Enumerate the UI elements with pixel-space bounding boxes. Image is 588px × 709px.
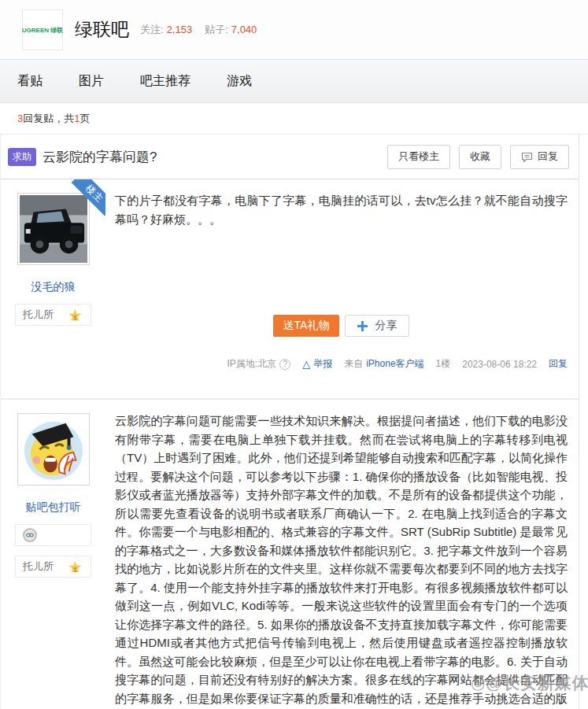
thread-title: 云影院的字幕问题? <box>43 148 157 166</box>
share-button[interactable]: 分享 <box>345 315 409 337</box>
post-1-actions: 送TA礼物 分享 <box>115 315 568 337</box>
post-2-level-number: 1 <box>67 562 83 578</box>
post-2: 贴吧包打听 托儿所 ★1 云影院的字幕问题可能需要一些技术知识来解决。根据提问者… <box>1 398 579 709</box>
reply-count: 3 <box>17 113 23 124</box>
post-2-level-name: 托儿所 <box>23 559 54 574</box>
nav-tabbar: 看贴 图片 吧主推荐 游戏 <box>0 59 588 103</box>
reply-bubble-icon <box>521 152 533 162</box>
client-link[interactable]: iPhone客户端 <box>366 357 423 371</box>
thread-type-badge: 求助 <box>8 148 36 166</box>
page-count: 1 <box>74 113 80 124</box>
thread-container: 求助 云影院的字幕问题? 只看楼主 收藏 回复 楼主 <box>0 135 579 709</box>
forum-logo-text: UGREEN 绿联 <box>22 26 63 35</box>
post-1: 楼主 <box>1 179 579 398</box>
level-star-icon: ★1 <box>67 559 83 575</box>
post-2-content-column: 云影院的字幕问题可能需要一些技术知识来解决。根据提问者描述，他们下载的电影没有附… <box>105 400 579 709</box>
post-2-level-badge[interactable]: 托儿所 ★1 <box>15 556 91 578</box>
forum-stats: 关注: 2,153 贴子: 7,040 <box>140 23 269 37</box>
forum-logo[interactable]: UGREEN 绿联 <box>22 9 63 50</box>
post-time: 2023-08-06 18:22 <box>462 359 537 370</box>
op-ribbon-label: 楼主 <box>72 179 105 216</box>
page: UGREEN 绿联 绿联吧 关注: 2,153 贴子: 7,040 看贴 图片 … <box>0 0 588 709</box>
report-link[interactable]: △ 举报 <box>302 357 332 371</box>
avatar-emoji[interactable] <box>17 413 90 486</box>
only-op-button[interactable]: 只看楼主 <box>387 145 450 169</box>
tab-tupian[interactable]: 图片 <box>79 73 104 90</box>
report-triangle-icon: △ <box>302 358 310 370</box>
post-1-content-column: 下的片子都没有字幕，电脑下了字幕，电脑挂的话可以，去tv怎么挂？就不能自动搜字幕… <box>105 179 579 398</box>
tab-youxi[interactable]: 游戏 <box>227 73 252 90</box>
reply-label: 回复贴，共 <box>23 112 74 126</box>
floor-number: 1楼 <box>436 357 451 371</box>
post-2-bot-badge[interactable] <box>15 524 91 546</box>
share-button-label: 分享 <box>375 319 397 333</box>
pagination-info: 3 回复贴，共 1 页 <box>0 103 588 135</box>
emoji-avatar-image <box>20 415 87 483</box>
post-2-author-name[interactable]: 贴吧包打听 <box>1 500 105 515</box>
posts-count: 7,040 <box>231 24 257 35</box>
tab-bazhutuijian[interactable]: 吧主推荐 <box>140 73 190 90</box>
follow-label: 关注: <box>140 23 164 37</box>
forum-header: UGREEN 绿联 绿联吧 关注: 2,153 贴子: 7,040 <box>0 0 588 59</box>
ip-help-icon[interactable]: ? <box>279 359 290 370</box>
send-gift-button[interactable]: 送TA礼物 <box>273 315 340 337</box>
tab-kantie[interactable]: 看贴 <box>17 73 43 90</box>
bot-badge-icon <box>23 528 37 542</box>
posts-label: 贴子: <box>205 23 228 37</box>
report-label: 举报 <box>313 357 332 371</box>
reply-button-label: 回复 <box>538 150 558 164</box>
thread-head: 求助 云影院的字幕问题? 只看楼主 收藏 回复 <box>1 135 579 179</box>
favorite-button[interactable]: 收藏 <box>459 145 501 169</box>
post-1-author-column: 楼主 <box>1 179 105 398</box>
post-reply-link[interactable]: 回复 <box>549 357 568 371</box>
ip-location: IP属地:北京 ? <box>227 357 291 371</box>
follow-count: 2,153 <box>167 24 193 35</box>
post-2-author-column: 贴吧包打听 托儿所 ★1 <box>1 400 105 709</box>
post-2-text: 云影院的字幕问题可能需要一些技术知识来解决。根据提问者描述，他们下载的电影没有附… <box>115 412 568 709</box>
reply-button[interactable]: 回复 <box>510 145 569 169</box>
post-1-level-badge[interactable]: 托儿所 ★1 <box>15 304 91 326</box>
post-1-level-name: 托儿所 <box>23 308 54 322</box>
post-1-level-number: 1 <box>67 310 83 327</box>
level-star-icon: ★1 <box>67 307 83 323</box>
post-1-text: 下的片子都没有字幕，电脑下了字幕，电脑挂的话可以，去tv怎么挂？就不能自动搜字幕… <box>115 191 568 228</box>
page-suffix: 页 <box>80 112 90 126</box>
share-plus-icon <box>357 321 368 331</box>
forum-title: 绿联吧 <box>75 17 129 42</box>
op-ribbon: 楼主 <box>69 179 105 216</box>
post-1-author-name[interactable]: 没毛的狼 <box>1 280 105 294</box>
post-1-meta: IP属地:北京 ? △ 举报 来自 iPhone客户端 1楼 2023-08-0… <box>115 357 568 382</box>
client-source: 来自 iPhone客户端 <box>344 357 423 371</box>
